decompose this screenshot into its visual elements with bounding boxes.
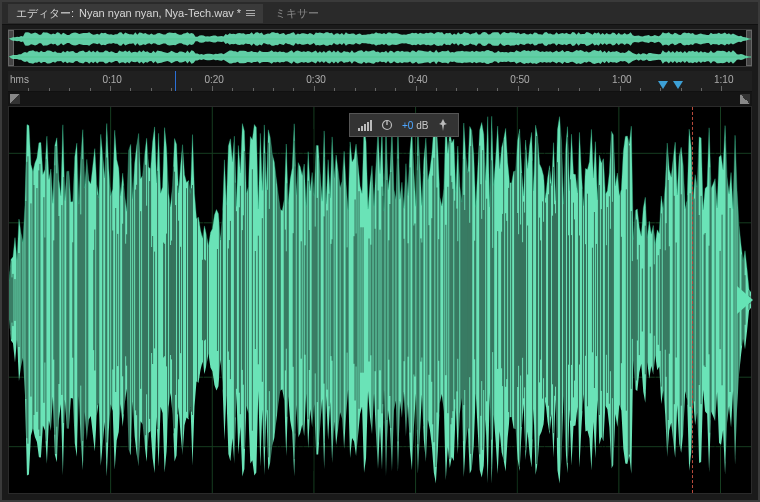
tab-bar: エディター: Nyan nyan nyan, Nya-Tech.wav * ミキ… — [2, 2, 758, 25]
playhead-indicator[interactable] — [175, 71, 176, 91]
ruler-tick — [620, 86, 621, 91]
ruler-minor-tick — [151, 88, 152, 91]
ruler-minor-tick — [701, 88, 702, 91]
time-marker[interactable] — [673, 81, 683, 89]
ruler-minor-tick — [171, 88, 172, 91]
ruler-minor-tick — [232, 88, 233, 91]
time-marker[interactable] — [658, 81, 668, 89]
ruler-tick — [416, 86, 417, 91]
ruler-minor-tick — [579, 88, 580, 91]
ruler-minor-tick — [599, 88, 600, 91]
svg-rect-442 — [370, 120, 372, 131]
ruler-tick — [518, 86, 519, 91]
volume-bars-icon[interactable] — [358, 118, 372, 132]
ruler-minor-tick — [293, 88, 294, 91]
ruler-unit-label: hms — [10, 74, 29, 85]
ruler-minor-tick — [69, 88, 70, 91]
ruler-minor-tick — [436, 88, 437, 91]
ruler-minor-tick — [191, 88, 192, 91]
ruler-minor-tick — [273, 88, 274, 91]
svg-rect-440 — [364, 124, 366, 131]
amp-corner-left-icon[interactable] — [10, 94, 20, 104]
waveform-view[interactable]: +0 dB — [8, 106, 752, 494]
ruler-minor-tick — [538, 88, 539, 91]
hud-db-value: +0 — [402, 120, 413, 131]
ruler-minor-tick — [558, 88, 559, 91]
audio-editor-window: エディター: Nyan nyan nyan, Nya-Tech.wav * ミキ… — [0, 0, 760, 502]
ruler-tick-label: 0:30 — [306, 74, 325, 85]
panel-menu-icon[interactable] — [246, 10, 255, 16]
amp-corner-right-icon[interactable] — [740, 94, 750, 104]
ruler-minor-tick — [253, 88, 254, 91]
amplitude-scale-bar — [8, 92, 752, 106]
ruler-minor-tick — [395, 88, 396, 91]
tab-mixer[interactable]: ミキサー — [267, 4, 327, 23]
overview-waveform[interactable] — [8, 29, 752, 67]
ruler-tick — [721, 86, 722, 91]
ruler-minor-tick — [130, 88, 131, 91]
ruler-minor-tick — [497, 88, 498, 91]
tab-editor[interactable]: エディター: Nyan nyan nyan, Nya-Tech.wav * — [8, 4, 263, 23]
ruler-tick-label: 1:10 — [714, 74, 733, 85]
overview-svg — [9, 30, 751, 66]
ruler-tick-label: 1:00 — [612, 74, 631, 85]
pin-icon[interactable] — [436, 118, 450, 132]
ruler-minor-tick — [640, 88, 641, 91]
hud-db-readout: +0 dB — [402, 120, 428, 131]
ruler-tick — [110, 86, 111, 91]
ruler-minor-tick — [355, 88, 356, 91]
playhead-arrow-icon — [737, 286, 753, 314]
ruler-minor-tick — [90, 88, 91, 91]
ruler-minor-tick — [456, 88, 457, 91]
time-cursor[interactable] — [692, 107, 693, 493]
tab-editor-filename: Nyan nyan nyan, Nya-Tech.wav * — [79, 7, 241, 19]
ruler-minor-tick — [375, 88, 376, 91]
tab-editor-prefix: エディター: — [16, 6, 74, 21]
hud-toolbar[interactable]: +0 dB — [349, 113, 459, 137]
ruler-tick-label: 0:10 — [102, 74, 121, 85]
power-icon[interactable] — [380, 118, 394, 132]
ruler-tick — [212, 86, 213, 91]
ruler-minor-tick — [334, 88, 335, 91]
hud-db-unit: dB — [416, 120, 428, 131]
ruler-tick-label: 0:20 — [204, 74, 223, 85]
ruler-tick-label: 0:50 — [510, 74, 529, 85]
ruler-tick — [314, 86, 315, 91]
ruler-minor-tick — [49, 88, 50, 91]
ruler-minor-tick — [28, 88, 29, 91]
ruler-tick-label: 0:40 — [408, 74, 427, 85]
tab-mixer-label: ミキサー — [275, 6, 319, 21]
ruler-minor-tick — [477, 88, 478, 91]
svg-rect-438 — [358, 128, 360, 131]
time-ruler[interactable]: hms 0:100:200:300:400:501:001:10 — [8, 71, 752, 92]
svg-rect-439 — [361, 126, 363, 131]
waveform-svg — [9, 107, 751, 493]
svg-rect-441 — [367, 122, 369, 131]
